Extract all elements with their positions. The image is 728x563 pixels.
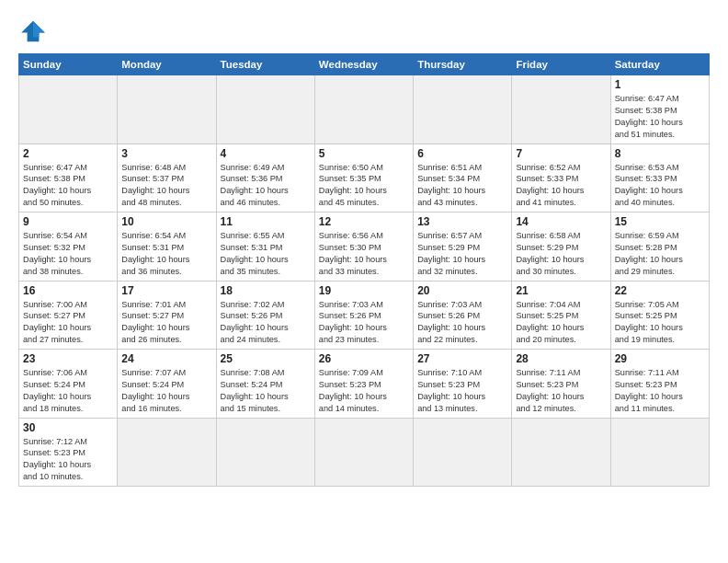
calendar-table: SundayMondayTuesdayWednesdayThursdayFrid… (18, 53, 710, 487)
day-info: Sunrise: 6:47 AMSunset: 5:38 PMDaylight:… (615, 93, 705, 141)
day-number: 2 (23, 147, 113, 160)
day-cell: 11Sunrise: 6:55 AMSunset: 5:31 PMDayligh… (216, 213, 314, 282)
week-row-2: 9Sunrise: 6:54 AMSunset: 5:32 PMDaylight… (19, 213, 710, 282)
day-info: Sunrise: 7:11 AMSunset: 5:23 PMDaylight:… (516, 367, 606, 415)
day-info: Sunrise: 6:54 AMSunset: 5:32 PMDaylight:… (23, 230, 113, 278)
day-number: 28 (516, 352, 606, 365)
header (18, 17, 710, 46)
day-cell: 27Sunrise: 7:10 AMSunset: 5:23 PMDayligh… (414, 350, 512, 419)
day-cell (512, 418, 610, 487)
day-info: Sunrise: 6:47 AMSunset: 5:38 PMDaylight:… (23, 162, 113, 210)
day-number: 10 (121, 215, 211, 228)
day-number: 3 (121, 147, 211, 160)
day-info: Sunrise: 6:57 AMSunset: 5:29 PMDaylight:… (417, 230, 507, 278)
day-number: 8 (615, 147, 705, 160)
day-number: 5 (319, 147, 409, 160)
day-info: Sunrise: 7:10 AMSunset: 5:23 PMDaylight:… (417, 367, 507, 415)
day-number: 30 (23, 421, 113, 434)
day-cell (118, 418, 216, 487)
day-info: Sunrise: 6:55 AMSunset: 5:31 PMDaylight:… (221, 230, 311, 278)
day-info: Sunrise: 7:04 AMSunset: 5:25 PMDaylight:… (516, 299, 606, 347)
day-info: Sunrise: 7:08 AMSunset: 5:24 PMDaylight:… (221, 367, 311, 415)
day-number: 11 (221, 215, 311, 228)
day-cell: 3Sunrise: 6:48 AMSunset: 5:37 PMDaylight… (118, 144, 216, 213)
day-cell: 20Sunrise: 7:03 AMSunset: 5:26 PMDayligh… (414, 281, 512, 350)
day-cell (314, 418, 413, 487)
week-row-4: 23Sunrise: 7:06 AMSunset: 5:24 PMDayligh… (19, 350, 710, 419)
day-cell: 26Sunrise: 7:09 AMSunset: 5:23 PMDayligh… (314, 350, 413, 419)
day-info: Sunrise: 7:02 AMSunset: 5:26 PMDaylight:… (221, 299, 311, 347)
day-cell: 14Sunrise: 6:58 AMSunset: 5:29 PMDayligh… (512, 213, 610, 282)
day-cell: 29Sunrise: 7:11 AMSunset: 5:23 PMDayligh… (610, 350, 709, 419)
day-cell: 18Sunrise: 7:02 AMSunset: 5:26 PMDayligh… (216, 281, 314, 350)
day-number: 18 (221, 284, 311, 297)
day-info: Sunrise: 6:54 AMSunset: 5:31 PMDaylight:… (121, 230, 211, 278)
logo (18, 17, 51, 46)
day-cell (512, 75, 610, 144)
day-number: 13 (417, 215, 507, 228)
day-cell (414, 418, 512, 487)
day-cell (216, 75, 314, 144)
weekday-header-thursday: Thursday (414, 54, 512, 75)
day-number: 22 (615, 284, 705, 297)
day-number: 15 (615, 215, 705, 228)
day-info: Sunrise: 7:03 AMSunset: 5:26 PMDaylight:… (417, 299, 507, 347)
weekday-header-saturday: Saturday (610, 54, 709, 75)
day-info: Sunrise: 7:06 AMSunset: 5:24 PMDaylight:… (23, 367, 113, 415)
day-number: 26 (319, 352, 409, 365)
day-cell (216, 418, 314, 487)
day-cell: 8Sunrise: 6:53 AMSunset: 5:33 PMDaylight… (610, 144, 709, 213)
weekday-header-monday: Monday (118, 54, 216, 75)
day-cell (414, 75, 512, 144)
day-cell: 22Sunrise: 7:05 AMSunset: 5:25 PMDayligh… (610, 281, 709, 350)
weekday-header-sunday: Sunday (19, 54, 118, 75)
week-row-0: 1Sunrise: 6:47 AMSunset: 5:38 PMDaylight… (19, 75, 710, 144)
day-info: Sunrise: 7:03 AMSunset: 5:26 PMDaylight:… (319, 299, 409, 347)
day-info: Sunrise: 7:07 AMSunset: 5:24 PMDaylight:… (121, 367, 211, 415)
day-number: 20 (417, 284, 507, 297)
day-info: Sunrise: 6:56 AMSunset: 5:30 PMDaylight:… (319, 230, 409, 278)
day-cell: 30Sunrise: 7:12 AMSunset: 5:23 PMDayligh… (19, 418, 118, 487)
day-number: 7 (516, 147, 606, 160)
weekday-header-friday: Friday (512, 54, 610, 75)
day-cell: 16Sunrise: 7:00 AMSunset: 5:27 PMDayligh… (19, 281, 118, 350)
day-cell: 9Sunrise: 6:54 AMSunset: 5:32 PMDaylight… (19, 213, 118, 282)
day-cell: 28Sunrise: 7:11 AMSunset: 5:23 PMDayligh… (512, 350, 610, 419)
day-cell: 7Sunrise: 6:52 AMSunset: 5:33 PMDaylight… (512, 144, 610, 213)
day-number: 14 (516, 215, 606, 228)
day-number: 1 (615, 78, 705, 91)
day-info: Sunrise: 6:48 AMSunset: 5:37 PMDaylight:… (121, 162, 211, 210)
day-cell (19, 75, 118, 144)
day-number: 19 (319, 284, 409, 297)
day-cell: 21Sunrise: 7:04 AMSunset: 5:25 PMDayligh… (512, 281, 610, 350)
day-info: Sunrise: 6:59 AMSunset: 5:28 PMDaylight:… (615, 230, 705, 278)
day-cell: 19Sunrise: 7:03 AMSunset: 5:26 PMDayligh… (314, 281, 413, 350)
week-row-3: 16Sunrise: 7:00 AMSunset: 5:27 PMDayligh… (19, 281, 710, 350)
day-number: 16 (23, 284, 113, 297)
day-info: Sunrise: 7:05 AMSunset: 5:25 PMDaylight:… (615, 299, 705, 347)
day-info: Sunrise: 6:51 AMSunset: 5:34 PMDaylight:… (417, 162, 507, 210)
day-cell: 12Sunrise: 6:56 AMSunset: 5:30 PMDayligh… (314, 213, 413, 282)
page: SundayMondayTuesdayWednesdayThursdayFrid… (0, 0, 728, 563)
day-info: Sunrise: 6:52 AMSunset: 5:33 PMDaylight:… (516, 162, 606, 210)
day-cell (610, 418, 709, 487)
day-number: 17 (121, 284, 211, 297)
day-number: 9 (23, 215, 113, 228)
weekday-header-row: SundayMondayTuesdayWednesdayThursdayFrid… (19, 54, 710, 75)
weekday-header-wednesday: Wednesday (314, 54, 413, 75)
day-cell (314, 75, 413, 144)
day-cell: 17Sunrise: 7:01 AMSunset: 5:27 PMDayligh… (118, 281, 216, 350)
day-cell: 25Sunrise: 7:08 AMSunset: 5:24 PMDayligh… (216, 350, 314, 419)
day-number: 27 (417, 352, 507, 365)
day-info: Sunrise: 7:12 AMSunset: 5:23 PMDaylight:… (23, 436, 113, 484)
day-cell: 15Sunrise: 6:59 AMSunset: 5:28 PMDayligh… (610, 213, 709, 282)
day-number: 24 (121, 352, 211, 365)
day-cell: 23Sunrise: 7:06 AMSunset: 5:24 PMDayligh… (19, 350, 118, 419)
day-info: Sunrise: 6:53 AMSunset: 5:33 PMDaylight:… (615, 162, 705, 210)
day-cell (118, 75, 216, 144)
week-row-1: 2Sunrise: 6:47 AMSunset: 5:38 PMDaylight… (19, 144, 710, 213)
day-cell: 2Sunrise: 6:47 AMSunset: 5:38 PMDaylight… (19, 144, 118, 213)
day-cell: 5Sunrise: 6:50 AMSunset: 5:35 PMDaylight… (314, 144, 413, 213)
day-number: 4 (221, 147, 311, 160)
day-cell: 13Sunrise: 6:57 AMSunset: 5:29 PMDayligh… (414, 213, 512, 282)
